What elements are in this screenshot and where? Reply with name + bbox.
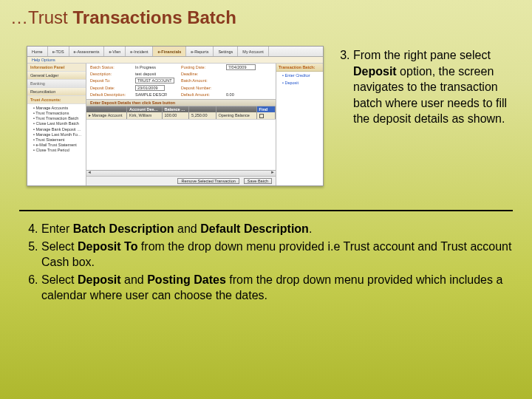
tab-etds[interactable]: e-TDS	[48, 47, 69, 56]
trust-accounts-header: Trust Accounts:	[27, 96, 86, 104]
step-3: From the right pane select Deposit optio…	[353, 47, 517, 127]
lbl-default-desc: Default Description:	[90, 92, 133, 97]
grid-header: Account Description Balance Amount Find	[86, 106, 276, 112]
val-default-desc[interactable]: SAMPLE DESCR	[135, 92, 167, 97]
step-4: Enter Batch Description and Default Desc…	[41, 220, 513, 238]
nav-general-ledger[interactable]: General Ledger	[27, 72, 86, 80]
col-balance: Balance Amount	[163, 106, 190, 112]
link-manage-last-month-forms[interactable]: • Manage Last Month Forms	[33, 132, 83, 137]
step-5: Select Deposit To from the drop down men…	[41, 238, 513, 271]
save-batch-button[interactable]: Save Batch	[244, 178, 272, 184]
tab-financials[interactable]: e-Financials	[153, 47, 186, 56]
lbl-batch-amount: Batch Amount:	[181, 78, 224, 83]
lbl-deposit-number: Deposit Number:	[181, 86, 224, 90]
link-close-last-month-batch[interactable]: • Close Last Month Batch	[33, 121, 83, 126]
left-panel: Information Panel General Ledger Banking…	[27, 64, 86, 185]
col-0	[86, 106, 127, 112]
tab-vlen[interactable]: e-Vlen	[104, 47, 126, 56]
link-trust-statement[interactable]: • Trust Statement	[33, 137, 83, 143]
col-find[interactable]: Find	[257, 106, 276, 112]
app-screenshot: Home e-TDS e-Assesments e-Vlen e-Inciden…	[27, 46, 324, 186]
right-panel: Transaction Batch: • Enter Creditor • De…	[276, 64, 323, 185]
grid-title: Enter Deposit Details then click Save bu…	[86, 99, 276, 106]
link-trust-transactions[interactable]: • Trust Transactions	[33, 111, 83, 116]
lbl-deposit-date: Deposit Date:	[90, 86, 133, 90]
table-row[interactable]: ▸ Manage Account Kirk, William 100.00 5,…	[86, 112, 276, 119]
lbl-deposit-to: Deposit To:	[90, 78, 133, 83]
tab-settings[interactable]: Settings	[214, 47, 238, 56]
link-manage-accounts[interactable]: • Manage Accounts	[33, 106, 83, 111]
transaction-batch-header: Transaction Batch:	[276, 64, 323, 72]
link-enter-creditor[interactable]: • Enter Creditor	[276, 72, 323, 79]
row-checkbox[interactable]	[259, 114, 264, 118]
title-main: Transactions Batch	[72, 7, 236, 27]
step-6: Select Deposit and Posting Dates from th…	[41, 271, 513, 304]
section-divider	[19, 210, 513, 211]
title-prefix: …Trust	[10, 7, 72, 27]
val-description[interactable]: test deposit	[135, 72, 156, 76]
val-batch-status: In Progress	[135, 65, 156, 69]
col-3	[189, 106, 216, 112]
tab-incident[interactable]: e-Incident	[126, 47, 153, 56]
link-manage-bank-deposit[interactable]: • Manage Bank Deposit Forms	[33, 127, 83, 132]
link-deposit[interactable]: • Deposit	[276, 79, 323, 86]
steps-4-6: Enter Batch Description and Default Desc…	[0, 220, 532, 304]
val-default-amount[interactable]: 0.00	[226, 92, 234, 97]
deposit-to-field[interactable]: TRUST ACCOUNT	[135, 78, 174, 83]
help-options-bar[interactable]: Help Options	[27, 57, 323, 64]
nav-banking[interactable]: Banking	[27, 80, 86, 88]
col-4	[216, 106, 257, 112]
tab-home[interactable]: Home	[27, 47, 48, 56]
step3-block: From the right pane select Deposit optio…	[337, 46, 517, 186]
horizontal-scrollbar[interactable]	[86, 170, 276, 176]
tab-reports[interactable]: e-Reports	[186, 47, 214, 56]
link-email-trust-statement[interactable]: • e-Mail Trust Statement	[33, 143, 83, 148]
posting-date-field[interactable]: 7/04/2009	[226, 64, 256, 70]
lbl-default-amount: Default Amount:	[181, 92, 224, 97]
deposit-date-field[interactable]: 23/01/2009	[135, 85, 165, 91]
link-close-trust-period[interactable]: • Close Trust Period	[33, 148, 83, 153]
trust-links: • Manage Accounts • Trust Transactions •…	[27, 104, 86, 185]
lbl-batch-status: Batch Status:	[90, 65, 133, 69]
info-panel-header: Information Panel	[27, 64, 86, 72]
lbl-deadline: Deadline:	[181, 72, 224, 76]
lbl-posting-date: Posting Date:	[181, 65, 224, 69]
top-tabs: Home e-TDS e-Assesments e-Vlen e-Inciden…	[27, 47, 323, 57]
col-account-desc: Account Description	[127, 106, 163, 112]
center-form: Batch Status:In Progress Posting Date:7/…	[86, 64, 276, 185]
lbl-description: Description:	[90, 72, 133, 76]
tab-myaccount[interactable]: My Account	[238, 47, 268, 56]
nav-reconciliation[interactable]: Reconciliation	[27, 88, 86, 96]
tab-assesments[interactable]: e-Assesments	[69, 47, 105, 56]
page-title: …Trust Transactions Batch	[0, 0, 532, 33]
remove-selected-button[interactable]: Remove Selected Transaction	[177, 178, 239, 184]
link-trust-transaction-batch[interactable]: • Trust Transaction Batch	[33, 116, 83, 121]
